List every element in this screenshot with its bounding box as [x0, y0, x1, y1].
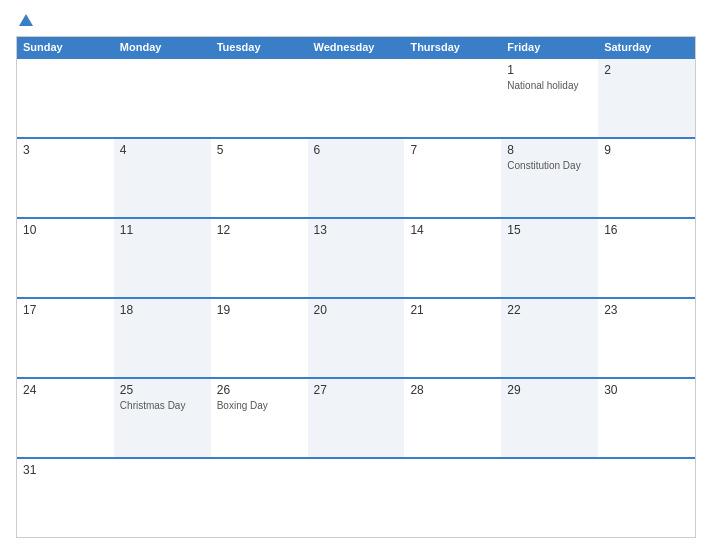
calendar-cell	[501, 459, 598, 537]
calendar-week-6: 31	[17, 457, 695, 537]
holiday-name: Boxing Day	[217, 399, 302, 412]
day-number: 30	[604, 383, 689, 397]
calendar-cell	[404, 459, 501, 537]
calendar-cell: 8Constitution Day	[501, 139, 598, 217]
day-number: 17	[23, 303, 108, 317]
calendar-cell: 12	[211, 219, 308, 297]
calendar-week-4: 17181920212223	[17, 297, 695, 377]
logo	[16, 12, 34, 28]
calendar-cell	[114, 459, 211, 537]
calendar-cell: 16	[598, 219, 695, 297]
calendar-cell: 5	[211, 139, 308, 217]
logo-triangle-icon	[18, 12, 34, 28]
calendar-cell: 29	[501, 379, 598, 457]
weekday-header-tuesday: Tuesday	[211, 37, 308, 57]
day-number: 27	[314, 383, 399, 397]
calendar-cell	[17, 59, 114, 137]
day-number: 20	[314, 303, 399, 317]
holiday-name: Constitution Day	[507, 159, 592, 172]
weekday-header-friday: Friday	[501, 37, 598, 57]
day-number: 18	[120, 303, 205, 317]
day-number: 3	[23, 143, 108, 157]
calendar-header: SundayMondayTuesdayWednesdayThursdayFrid…	[17, 37, 695, 57]
calendar-cell: 25Christmas Day	[114, 379, 211, 457]
calendar-cell: 20	[308, 299, 405, 377]
svg-marker-0	[19, 14, 33, 26]
calendar-cell: 7	[404, 139, 501, 217]
calendar-cell: 13	[308, 219, 405, 297]
calendar-cell: 6	[308, 139, 405, 217]
calendar-cell: 31	[17, 459, 114, 537]
calendar-cell: 23	[598, 299, 695, 377]
day-number: 5	[217, 143, 302, 157]
calendar-cell: 24	[17, 379, 114, 457]
weekday-header-thursday: Thursday	[404, 37, 501, 57]
day-number: 6	[314, 143, 399, 157]
day-number: 19	[217, 303, 302, 317]
calendar-cell: 22	[501, 299, 598, 377]
calendar-cell	[308, 59, 405, 137]
day-number: 15	[507, 223, 592, 237]
calendar-cell	[598, 459, 695, 537]
day-number: 29	[507, 383, 592, 397]
day-number: 24	[23, 383, 108, 397]
day-number: 23	[604, 303, 689, 317]
calendar-cell: 9	[598, 139, 695, 217]
calendar-body: 1National holiday2345678Constitution Day…	[17, 57, 695, 537]
day-number: 4	[120, 143, 205, 157]
calendar-cell: 1National holiday	[501, 59, 598, 137]
day-number: 13	[314, 223, 399, 237]
calendar-cell: 18	[114, 299, 211, 377]
day-number: 26	[217, 383, 302, 397]
day-number: 28	[410, 383, 495, 397]
day-number: 9	[604, 143, 689, 157]
calendar-cell	[211, 59, 308, 137]
calendar-week-5: 2425Christmas Day26Boxing Day27282930	[17, 377, 695, 457]
calendar-cell: 28	[404, 379, 501, 457]
holiday-name: Christmas Day	[120, 399, 205, 412]
day-number: 1	[507, 63, 592, 77]
calendar-cell	[308, 459, 405, 537]
calendar-cell: 11	[114, 219, 211, 297]
day-number: 8	[507, 143, 592, 157]
day-number: 14	[410, 223, 495, 237]
calendar-cell: 19	[211, 299, 308, 377]
calendar-cell: 30	[598, 379, 695, 457]
day-number: 25	[120, 383, 205, 397]
day-number: 2	[604, 63, 689, 77]
holiday-name: National holiday	[507, 79, 592, 92]
calendar-week-3: 10111213141516	[17, 217, 695, 297]
calendar-cell: 17	[17, 299, 114, 377]
day-number: 10	[23, 223, 108, 237]
calendar-cell: 21	[404, 299, 501, 377]
calendar-week-2: 345678Constitution Day9	[17, 137, 695, 217]
page-header	[16, 12, 696, 28]
day-number: 21	[410, 303, 495, 317]
calendar-page: SundayMondayTuesdayWednesdayThursdayFrid…	[0, 0, 712, 550]
day-number: 31	[23, 463, 108, 477]
day-number: 12	[217, 223, 302, 237]
day-number: 22	[507, 303, 592, 317]
calendar-cell: 4	[114, 139, 211, 217]
calendar-cell	[211, 459, 308, 537]
calendar-cell: 27	[308, 379, 405, 457]
calendar-cell: 15	[501, 219, 598, 297]
calendar-cell: 14	[404, 219, 501, 297]
calendar-cell: 3	[17, 139, 114, 217]
calendar-cell: 26Boxing Day	[211, 379, 308, 457]
calendar-cell: 2	[598, 59, 695, 137]
calendar-cell: 10	[17, 219, 114, 297]
calendar-cell	[114, 59, 211, 137]
calendar-cell	[404, 59, 501, 137]
day-number: 16	[604, 223, 689, 237]
weekday-header-monday: Monday	[114, 37, 211, 57]
weekday-header-sunday: Sunday	[17, 37, 114, 57]
day-number: 7	[410, 143, 495, 157]
day-number: 11	[120, 223, 205, 237]
calendar-week-1: 1National holiday2	[17, 57, 695, 137]
calendar-grid: SundayMondayTuesdayWednesdayThursdayFrid…	[16, 36, 696, 538]
weekday-header-wednesday: Wednesday	[308, 37, 405, 57]
weekday-header-saturday: Saturday	[598, 37, 695, 57]
